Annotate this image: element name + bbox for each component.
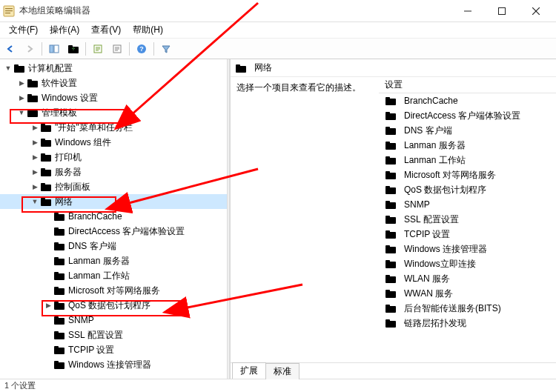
no-toggle: ▶ bbox=[43, 256, 53, 266]
list-item-label: QoS 数据包计划程序 bbox=[404, 184, 486, 196]
tree-node[interactable]: ▶Windows 设置 bbox=[0, 90, 227, 105]
no-toggle: ▶ bbox=[43, 315, 53, 325]
list-item-label: Microsoft 对等网络服务 bbox=[404, 169, 496, 182]
list-item[interactable]: WWAN 服务 bbox=[379, 286, 556, 301]
tree-node[interactable]: ▶Lanman 工作站 bbox=[0, 268, 227, 283]
tree-node-label: QoS 数据包计划程序 bbox=[68, 299, 150, 312]
folder-icon bbox=[385, 155, 397, 165]
tree-pane[interactable]: ▼计算机配置▶软件设置▶Windows 设置▼管理模板▶"开始"菜单和任务栏▶W… bbox=[0, 59, 227, 379]
expand-toggle[interactable]: ▶ bbox=[30, 182, 40, 192]
expand-toggle[interactable]: ▶ bbox=[30, 167, 40, 177]
collapse-toggle[interactable]: ▼ bbox=[30, 196, 40, 207]
tree-node-label: Microsoft 对等网络服务 bbox=[68, 285, 160, 297]
list-item[interactable]: SSL 配置设置 bbox=[379, 212, 556, 227]
tree-node-label: Windows 连接管理器 bbox=[68, 359, 151, 371]
list-item[interactable]: 后台智能传送服务(BITS) bbox=[379, 301, 556, 316]
tree-node[interactable]: ▶Windows 组件 bbox=[0, 135, 227, 150]
menu-help[interactable]: 帮助(H) bbox=[127, 22, 169, 38]
filter-button[interactable] bbox=[157, 41, 175, 57]
tree-node[interactable]: ▶DNS 客户端 bbox=[0, 239, 227, 253]
list-item[interactable]: WLAN 服务 bbox=[379, 271, 556, 286]
folder-icon bbox=[40, 196, 52, 207]
settings-list: 设置 BranchCacheDirectAccess 客户端体验设置DNS 客户… bbox=[379, 77, 556, 362]
help-button[interactable]: ? bbox=[133, 41, 150, 57]
list-item-label: DNS 客户端 bbox=[404, 124, 452, 137]
collapse-toggle[interactable]: ▼ bbox=[16, 107, 27, 118]
tree-node[interactable]: ▶Lanman 服务器 bbox=[0, 253, 227, 268]
tree-node[interactable]: ▶QoS 数据包计划程序 bbox=[0, 298, 227, 313]
expand-toggle[interactable]: ▶ bbox=[30, 152, 40, 162]
collapse-toggle[interactable]: ▼ bbox=[3, 63, 13, 73]
tree-node-label: Lanman 服务器 bbox=[68, 255, 130, 268]
up-one-level-button[interactable] bbox=[64, 41, 82, 57]
tab-extended[interactable]: 扩展 bbox=[232, 362, 266, 379]
nav-forward-button[interactable] bbox=[21, 41, 39, 57]
show-hide-tree-button[interactable] bbox=[45, 41, 63, 57]
description-column: 选择一个项目来查看它的描述。 bbox=[231, 77, 379, 362]
list-item[interactable]: Windows 连接管理器 bbox=[379, 242, 556, 256]
tree-node[interactable]: ▶SSL 配置设置 bbox=[0, 328, 227, 342]
folder-icon bbox=[385, 244, 397, 254]
export-list-button[interactable] bbox=[89, 41, 107, 57]
list-item[interactable]: TCPIP 设置 bbox=[379, 227, 556, 242]
tree-node[interactable]: ▼计算机配置 bbox=[0, 61, 227, 76]
maximize-button[interactable] bbox=[485, 0, 519, 22]
list-item-label: DirectAccess 客户端体验设置 bbox=[404, 110, 520, 122]
tree-node[interactable]: ▼管理模板 bbox=[0, 105, 227, 120]
list-item-label: Lanman 工作站 bbox=[404, 154, 466, 167]
expand-toggle[interactable]: ▶ bbox=[43, 300, 53, 310]
tab-standard[interactable]: 标准 bbox=[265, 363, 299, 379]
no-toggle: ▶ bbox=[43, 359, 53, 370]
expand-toggle[interactable]: ▶ bbox=[16, 93, 27, 103]
list-item-label: TCPIP 设置 bbox=[404, 228, 450, 241]
tree-node-label: 服务器 bbox=[55, 166, 82, 179]
tree-node[interactable]: ▶DirectAccess 客户端体验设置 bbox=[0, 224, 227, 239]
folder-icon bbox=[40, 152, 52, 162]
tree-node-label: 计算机配置 bbox=[28, 62, 73, 75]
menu-view[interactable]: 查看(V) bbox=[85, 22, 127, 38]
tree-node[interactable]: ▶BranchCache bbox=[0, 209, 227, 224]
tree-node[interactable]: ▶Windows 连接管理器 bbox=[0, 357, 227, 372]
list-item[interactable]: Lanman 服务器 bbox=[379, 138, 556, 153]
window-title: 本地组策略编辑器 bbox=[19, 4, 451, 17]
tree-node[interactable]: ▶控制面板 bbox=[0, 179, 227, 194]
expand-toggle[interactable]: ▶ bbox=[30, 122, 40, 133]
tree-node[interactable]: ▼网络 bbox=[0, 194, 227, 209]
no-toggle: ▶ bbox=[43, 345, 53, 355]
list-item[interactable]: 链路层拓扑发现 bbox=[379, 316, 556, 330]
svg-rect-14 bbox=[54, 45, 59, 53]
tree-node[interactable]: ▶软件设置 bbox=[0, 76, 227, 90]
tree-node-label: Windows 设置 bbox=[42, 92, 98, 104]
folder-icon bbox=[385, 110, 397, 121]
tree-node[interactable]: ▶TCPIP 设置 bbox=[0, 342, 227, 357]
tree-node[interactable]: ▶Microsoft 对等网络服务 bbox=[0, 283, 227, 298]
toolbar-separator bbox=[153, 42, 154, 56]
folder-icon bbox=[53, 270, 65, 281]
nav-back-button[interactable] bbox=[1, 41, 19, 57]
menu-file[interactable]: 文件(F) bbox=[3, 22, 44, 38]
expand-toggle[interactable]: ▶ bbox=[30, 137, 40, 147]
list-item[interactable]: SNMP bbox=[379, 197, 556, 212]
folder-icon bbox=[235, 63, 247, 73]
list-item[interactable]: BranchCache bbox=[379, 93, 556, 108]
tree-node[interactable]: ▶SNMP bbox=[0, 313, 227, 328]
close-button[interactable] bbox=[519, 0, 553, 22]
properties-button[interactable] bbox=[108, 41, 126, 57]
expand-toggle[interactable]: ▶ bbox=[16, 78, 27, 88]
folder-icon bbox=[40, 182, 52, 192]
folder-icon bbox=[53, 256, 65, 266]
toolbar-separator bbox=[42, 42, 42, 56]
list-item[interactable]: QoS 数据包计划程序 bbox=[379, 182, 556, 197]
list-item[interactable]: DNS 客户端 bbox=[379, 123, 556, 138]
tree-node[interactable]: ▶服务器 bbox=[0, 165, 227, 179]
list-item[interactable]: DirectAccess 客户端体验设置 bbox=[379, 108, 556, 123]
folder-icon bbox=[53, 359, 65, 370]
column-header-setting[interactable]: 设置 bbox=[379, 77, 556, 93]
minimize-button[interactable] bbox=[451, 0, 485, 22]
list-item[interactable]: Lanman 工作站 bbox=[379, 153, 556, 167]
list-item[interactable]: Windows立即连接 bbox=[379, 256, 556, 271]
menu-action[interactable]: 操作(A) bbox=[44, 22, 85, 38]
list-item[interactable]: Microsoft 对等网络服务 bbox=[379, 167, 556, 182]
tree-node[interactable]: ▶"开始"菜单和任务栏 bbox=[0, 120, 227, 135]
tree-node[interactable]: ▶打印机 bbox=[0, 150, 227, 165]
